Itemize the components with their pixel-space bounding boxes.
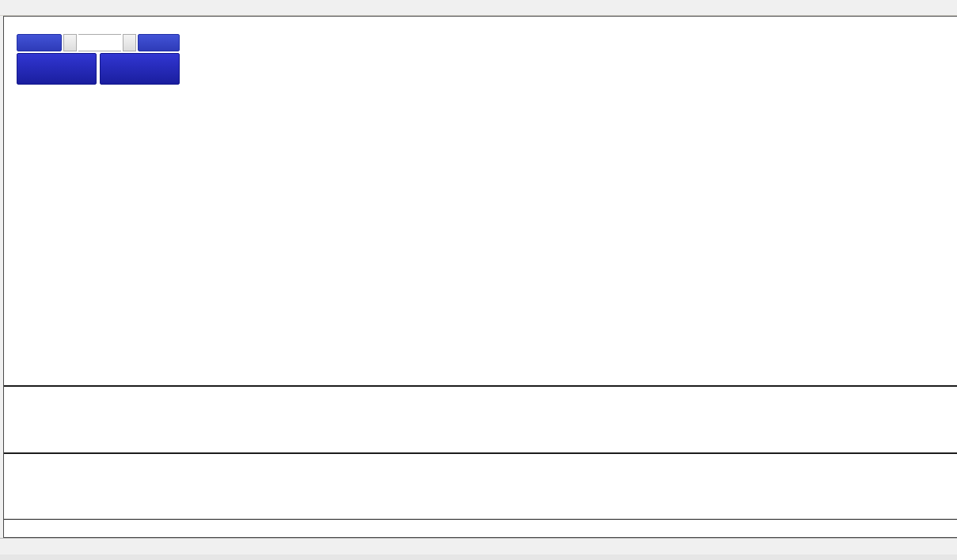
sell-button[interactable] xyxy=(17,34,62,51)
date-axis-border xyxy=(4,519,957,520)
chart-window xyxy=(3,16,957,538)
timeframe-toolbar xyxy=(0,0,957,16)
rsi-indicator-canvas[interactable] xyxy=(4,454,924,519)
chart-tabbar xyxy=(0,538,957,555)
volume-increase-button[interactable] xyxy=(123,34,136,51)
one-click-trading-panel xyxy=(17,34,180,85)
volume-decrease-button[interactable] xyxy=(63,34,77,51)
buy-button[interactable] xyxy=(138,34,180,51)
pane-separator-rsi[interactable] xyxy=(4,452,957,454)
macd-indicator-canvas[interactable] xyxy=(4,387,924,452)
bottom-strip xyxy=(0,554,957,560)
pane-separator-macd[interactable] xyxy=(4,385,957,387)
buy-price-display[interactable] xyxy=(100,53,180,85)
mt4-terminal: { "icons":{"collapse":"▲","spin_down":"▼… xyxy=(0,0,957,560)
volume-input[interactable] xyxy=(78,34,120,51)
sell-price-display[interactable] xyxy=(17,53,97,85)
